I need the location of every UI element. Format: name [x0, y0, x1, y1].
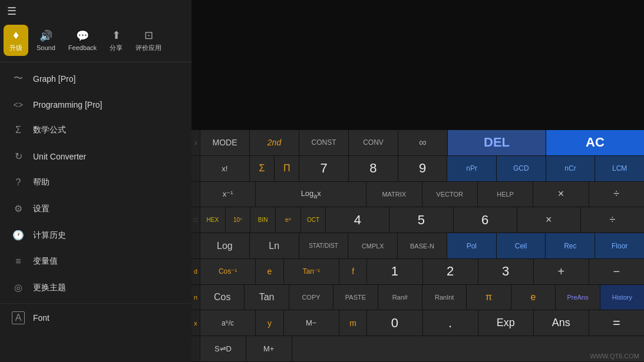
sigma-button[interactable]: Σ [250, 156, 274, 181]
sidebar-item-math-formula[interactable]: Σ 数学公式 [0, 117, 191, 143]
sidebar-item-calc-history[interactable]: 🕐 计算历史 [0, 222, 191, 248]
ac-button[interactable]: AC [546, 130, 644, 155]
sidebar: ☰ ♦ 升级 🔊 Sound 💬 Feedback ⬆ 分享 ⊡ 评价应用 [0, 0, 191, 362]
preans-button[interactable]: PreAns [556, 285, 599, 310]
0-button[interactable]: 0 [367, 310, 422, 336]
unit-converter-label: Unit Converter [33, 152, 86, 161]
minus-button[interactable]: − [589, 259, 644, 284]
history-calc-button[interactable]: History [600, 285, 644, 310]
pi-button[interactable]: Π [275, 156, 299, 181]
log-button[interactable]: Log [200, 233, 249, 258]
paste-button[interactable]: PASTE [333, 285, 377, 310]
e-calc-button[interactable]: e [511, 285, 555, 310]
sidebar-item-help[interactable]: ? 帮助 [0, 170, 191, 195]
10x-button[interactable]: 10ˣ [226, 207, 250, 233]
rec-button[interactable]: Rec [546, 233, 595, 258]
keypad-row-6b: S⇌D M+ [191, 336, 644, 361]
taninv-button[interactable]: Tan⁻¹ [284, 259, 339, 284]
hamburger-icon[interactable]: ☰ [7, 5, 16, 18]
sidebar-item-theme[interactable]: ◎ 更换主题 [0, 274, 191, 301]
rate-button[interactable]: ⊡ 评价应用 [131, 25, 166, 56]
plus-button[interactable]: + [534, 259, 589, 284]
mplus-button[interactable]: M+ [246, 336, 292, 361]
f-var-button[interactable]: f [339, 259, 367, 284]
feedback-button[interactable]: 💬 Feedback [64, 26, 101, 55]
mode-button[interactable]: MODE [200, 130, 249, 155]
loga-button[interactable]: Logax [256, 182, 366, 207]
keypad-row-1: › MODE 2nd CONST CONV ∞ DEL AC [191, 130, 644, 155]
2nd-button[interactable]: 2nd [250, 130, 299, 155]
programming-icon: <> [12, 100, 25, 109]
ncr-button[interactable]: nCr [546, 156, 595, 181]
ln-button[interactable]: Ln [250, 233, 299, 258]
sound-button[interactable]: 🔊 Sound [29, 26, 62, 55]
e-var-button[interactable]: e [256, 259, 283, 284]
mul-btn[interactable]: × [517, 207, 580, 233]
floor-button[interactable]: Floor [595, 233, 644, 258]
divide-button[interactable]: ÷ [589, 182, 644, 207]
y-var-button[interactable]: y [256, 310, 283, 336]
sidebar-item-programming[interactable]: <> Programming [Pro] [0, 92, 191, 117]
share-button[interactable]: ⬆ 分享 [103, 25, 130, 56]
bin-button[interactable]: BIN [250, 207, 275, 233]
dot-button[interactable]: . [423, 310, 478, 336]
infinity-button[interactable]: ∞ [398, 130, 447, 155]
div-btn[interactable]: ÷ [581, 207, 644, 233]
oct-button[interactable]: OCT [301, 207, 326, 233]
help-calc-button[interactable]: HELP [478, 182, 533, 207]
del-button[interactable]: DEL [448, 130, 546, 155]
ans-button[interactable]: Ans [534, 310, 589, 336]
sidebar-item-font[interactable]: A Font [0, 303, 191, 332]
7-button[interactable]: 7 [299, 156, 348, 181]
upgrade-icon: ♦ [13, 28, 19, 42]
basen-button[interactable]: BASE-N [398, 233, 447, 258]
abc-button[interactable]: aᵇ/c [200, 310, 255, 336]
palette-icon: ◎ [12, 282, 25, 293]
xfactorial-button[interactable]: x! [200, 156, 249, 181]
2-button[interactable]: 2 [423, 259, 478, 284]
pol-button[interactable]: Pol [447, 233, 496, 258]
xinverse-button[interactable]: x⁻¹ [200, 182, 255, 207]
cos-button[interactable]: Cos [200, 285, 244, 310]
6-button[interactable]: 6 [454, 207, 517, 233]
5-button[interactable]: 5 [389, 207, 453, 233]
pi-calc-button[interactable]: π [467, 285, 510, 310]
multiply-button[interactable]: × [533, 182, 588, 207]
const-button[interactable]: CONST [299, 130, 348, 155]
programming-label: Programming [Pro] [33, 100, 102, 109]
ran-button[interactable]: Ran# [378, 285, 422, 310]
npr-button[interactable]: nPr [447, 156, 496, 181]
sidebar-item-graph[interactable]: 〜 Graph [Pro] [0, 65, 191, 92]
upgrade-button[interactable]: ♦ 升级 [4, 25, 28, 56]
ceil-button[interactable]: Ceil [497, 233, 546, 258]
9-button[interactable]: 9 [398, 156, 447, 181]
sidebar-item-variables[interactable]: ≡ 变量值 [0, 248, 191, 274]
copy-button[interactable]: COPY [289, 285, 333, 310]
mminus-button[interactable]: M− [284, 310, 339, 336]
sidebar-item-settings[interactable]: ⚙ 设置 [0, 195, 191, 222]
cmplx-button[interactable]: CMPLX [348, 233, 397, 258]
gcd-button[interactable]: GCD [497, 156, 546, 181]
hex-button[interactable]: HEX [200, 207, 225, 233]
sound-label: Sound [37, 44, 55, 51]
cosinv-button[interactable]: Cos⁻¹ [200, 259, 255, 284]
tan-button[interactable]: Tan [245, 285, 288, 310]
4-button[interactable]: 4 [326, 207, 389, 233]
ranint-button[interactable]: RanInt [422, 285, 466, 310]
matrix-button[interactable]: MATRIX [366, 182, 421, 207]
lcm-button[interactable]: LCM [595, 156, 644, 181]
sidebar-item-unit-converter[interactable]: ↻ Unit Converter [0, 143, 191, 170]
share-icon: ⬆ [112, 29, 121, 42]
vector-button[interactable]: VECTOR [422, 182, 477, 207]
equals-button[interactable]: = [589, 310, 644, 336]
sd-button[interactable]: S⇌D [200, 336, 246, 361]
conv-button[interactable]: CONV [349, 130, 398, 155]
exp-button[interactable]: Exp [478, 310, 533, 336]
stat-button[interactable]: STAT/DIST [299, 233, 348, 258]
ep-button[interactable]: eᵖ [276, 207, 300, 233]
theme-label: 更换主题 [33, 283, 66, 293]
1-button[interactable]: 1 [367, 259, 422, 284]
m-var-button[interactable]: m [339, 310, 367, 336]
3-button[interactable]: 3 [478, 259, 533, 284]
8-button[interactable]: 8 [349, 156, 398, 181]
